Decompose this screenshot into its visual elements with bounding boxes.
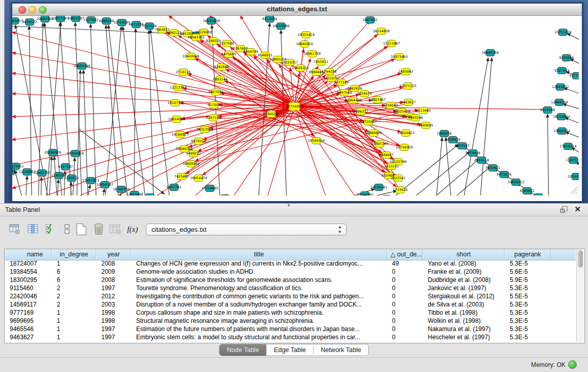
create-table-icon[interactable]: [75, 223, 88, 236]
close-traffic-light-icon[interactable]: [18, 6, 26, 14]
table-cell[interactable]: 9465546: [5, 325, 52, 334]
column-header-name[interactable]: name: [5, 249, 52, 260]
table-cell[interactable]: 22420046: [5, 293, 52, 301]
table-cell[interactable]: 0: [387, 317, 423, 325]
table-cell[interactable]: Yano et al. (2008): [423, 260, 505, 268]
table-cell[interactable]: 5.3E-5: [505, 301, 551, 309]
table-cell[interactable]: 2012: [96, 293, 131, 301]
table-cell[interactable]: Tibbo et al. (1998): [423, 309, 505, 317]
column-header-short[interactable]: short: [423, 249, 505, 260]
row-height-icon[interactable]: [60, 223, 74, 236]
table-select-dropdown[interactable]: citations_edges.txt ▲▼: [146, 224, 346, 235]
table-cell[interactable]: 2008: [96, 276, 131, 285]
table-cell[interactable]: 5.3E-5: [505, 325, 551, 334]
network-window[interactable]: citations_edges.txt 16043557943557220691…: [11, 2, 583, 203]
node-table[interactable]: namein_degreeyeartitle△ out_de...shortpa…: [4, 249, 585, 343]
table-cell[interactable]: 5.9E-5: [505, 276, 551, 285]
table-cell[interactable]: 2: [52, 285, 96, 293]
panel-drag-handle-icon[interactable]: ▾: [288, 203, 290, 208]
table-row[interactable]: 911546021997Tourette syndrome. Phenomeno…: [5, 285, 576, 293]
table-cell[interactable]: 0: [387, 268, 423, 276]
table-cell[interactable]: 1997: [96, 285, 131, 293]
scrollbar-thumb[interactable]: [578, 250, 583, 268]
table-row[interactable]: 977716911998Corpus callosum shape and si…: [5, 309, 576, 317]
table-cell[interactable]: Jankovic et al. (1997): [423, 285, 505, 293]
table-cell[interactable]: 2009: [96, 268, 131, 276]
tab-edge-table[interactable]: Edge Table: [267, 344, 313, 356]
table-row[interactable]: 969969511998Structural magnetic resonanc…: [5, 317, 576, 325]
table-cell[interactable]: 19384554: [5, 268, 52, 276]
table-cell[interactable]: Tourette syndrome. Phenomenology and cla…: [131, 285, 387, 293]
vertical-scrollbar[interactable]: [576, 249, 584, 342]
column-header-out_de[interactable]: △ out_de...: [387, 249, 423, 260]
table-cell[interactable]: 49: [387, 260, 423, 268]
table-cell[interactable]: 5.3E-5: [505, 317, 551, 325]
table-cell[interactable]: de Silva et al. (2003): [423, 301, 505, 309]
table-cell[interactable]: 1: [52, 260, 96, 268]
table-cell[interactable]: 9699695: [5, 317, 52, 325]
column-header-pagerank[interactable]: pagerank: [505, 249, 551, 260]
table-cell[interactable]: Structural magnetic resonance image aver…: [131, 317, 387, 325]
table-cell[interactable]: 5.3E-5: [505, 309, 551, 317]
table-cell[interactable]: Changes of HCN gene expression and I(f) …: [131, 260, 387, 268]
column-header-in_degree[interactable]: in_degree: [52, 249, 96, 260]
table-cell[interactable]: Genome-wide association studies in ADHD.: [131, 268, 387, 276]
table-cell[interactable]: Embryonic stem cells: a model to study s…: [131, 334, 387, 342]
table-cell[interactable]: Franke et al. (2009): [423, 268, 505, 276]
table-cell[interactable]: 1: [52, 325, 96, 334]
table-cell[interactable]: 0: [387, 276, 423, 285]
graph-node-teal[interactable]: [221, 195, 230, 196]
table-cell[interactable]: 6: [52, 268, 96, 276]
show-columns-icon[interactable]: [27, 223, 40, 236]
table-cell[interactable]: 18724007: [5, 260, 52, 268]
table-row[interactable]: 946362711997Embryonic stem cells: a mode…: [5, 334, 576, 342]
table-row[interactable]: 946554611997Estimation of the future num…: [5, 325, 576, 334]
table-cell[interactable]: 0: [387, 334, 423, 342]
window-titlebar[interactable]: citations_edges.txt: [12, 4, 582, 16]
table-cell[interactable]: 9115460: [5, 285, 52, 293]
table-cell[interactable]: 5.5E-5: [505, 293, 551, 301]
float-window-icon[interactable]: [560, 206, 568, 213]
tab-node-table[interactable]: Node Table: [220, 344, 266, 356]
table-cell[interactable]: 1998: [96, 309, 131, 317]
table-cell[interactable]: 0: [387, 309, 423, 317]
table-cell[interactable]: 1997: [96, 334, 131, 342]
graph-node-teal[interactable]: [382, 195, 391, 196]
select-rows-icon[interactable]: [44, 223, 57, 236]
table-cell[interactable]: 5.3E-5: [505, 260, 551, 268]
table-row[interactable]: 1872400712008Changes of HCN gene express…: [5, 260, 576, 268]
table-cell[interactable]: 1: [52, 334, 96, 342]
table-cell[interactable]: 0: [387, 325, 423, 334]
table-row[interactable]: 2242004622012Investigating the contribut…: [5, 293, 576, 301]
close-panel-icon[interactable]: ✕: [574, 205, 581, 214]
table-cell[interactable]: 1998: [96, 317, 131, 325]
table-cell[interactable]: Corpus callosum shape and size in male p…: [131, 309, 387, 317]
table-cell[interactable]: 0: [387, 285, 423, 293]
table-cell[interactable]: 1: [52, 317, 96, 325]
table-cell[interactable]: Investigating the contribution of common…: [131, 293, 387, 301]
table-row[interactable]: 1456911722003Disruption of a novel membe…: [5, 301, 576, 309]
function-builder-icon[interactable]: f(x): [126, 223, 139, 236]
table-cell[interactable]: Disruption of a novel member of a sodium…: [131, 301, 387, 309]
table-cell[interactable]: 2: [52, 293, 96, 301]
table-cell[interactable]: Stergiakouli et al. (2012): [423, 293, 505, 301]
delete-table-icon[interactable]: [92, 223, 105, 236]
table-row[interactable]: 1830029562008Estimation of significance …: [5, 276, 576, 285]
table-cell[interactable]: 5.6E-5: [505, 268, 551, 276]
table-cell[interactable]: 9463627: [5, 334, 52, 342]
table-cell[interactable]: 0: [387, 293, 423, 301]
table-cell[interactable]: Hescheler et al. (1997): [423, 334, 505, 342]
table-cell[interactable]: Wolkin et al. (1998): [423, 317, 505, 325]
table-cell[interactable]: Estimation of significance thresholds fo…: [131, 276, 387, 285]
zoom-traffic-light-icon[interactable]: [39, 6, 47, 14]
table-cell[interactable]: 0: [387, 301, 423, 309]
table-cell[interactable]: 2: [52, 301, 96, 309]
tab-network-table[interactable]: Network Table: [314, 344, 368, 356]
table-cell[interactable]: Nakamura et al. (1997): [423, 325, 505, 334]
minimize-traffic-light-icon[interactable]: [29, 6, 36, 14]
table-settings-icon[interactable]: [8, 223, 21, 236]
table-cell[interactable]: Dudbridge et al. (2008): [423, 276, 505, 285]
table-cell[interactable]: 1997: [96, 325, 131, 334]
table-cell[interactable]: 5.3E-5: [505, 334, 551, 342]
table-row[interactable]: 1938455462009Genome-wide association stu…: [5, 268, 576, 276]
